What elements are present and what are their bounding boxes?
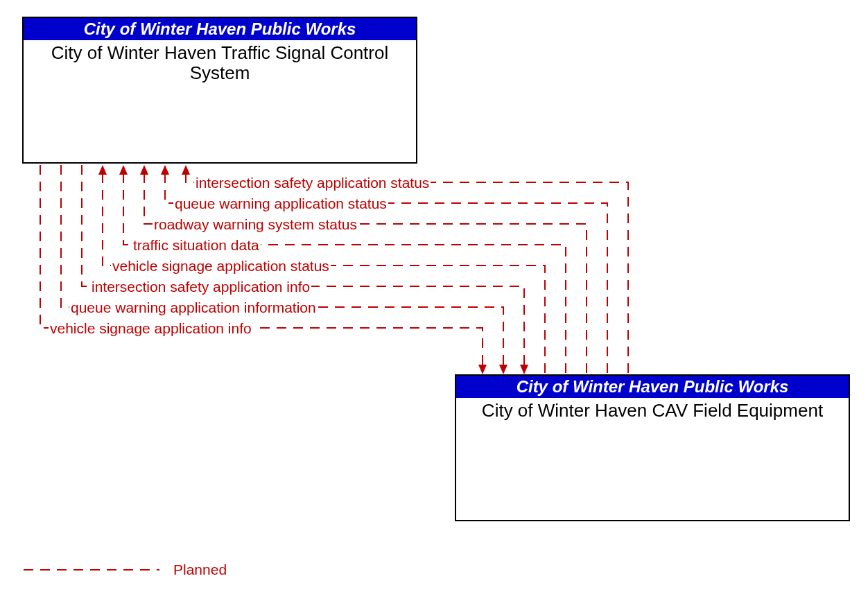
entity-traffic-signal-owner: City of Winter Haven Public Works: [24, 18, 416, 40]
flow-label-queue-warning-status: queue warning application status: [173, 195, 388, 212]
svg-marker-4: [98, 165, 107, 175]
entity-traffic-signal: City of Winter Haven Public Works City o…: [22, 17, 417, 164]
flow-label-roadway-warning-status: roadway warning system status: [153, 216, 358, 233]
entity-cav-field-name: City of Winter Haven CAV Field Equipment: [456, 398, 849, 424]
svg-marker-7: [478, 365, 487, 374]
flow-label-vehicle-signage-info: vehicle signage application info: [49, 320, 253, 337]
svg-marker-6: [499, 365, 507, 374]
svg-marker-3: [119, 165, 128, 175]
svg-marker-0: [182, 165, 190, 175]
svg-marker-2: [140, 165, 148, 175]
svg-marker-5: [520, 365, 528, 374]
entity-traffic-signal-name: City of Winter Haven Traffic Signal Cont…: [24, 40, 416, 85]
flow-label-queue-warning-info: queue warning application information: [69, 299, 318, 316]
flow-label-intersection-safety-status: intersection safety application status: [194, 175, 431, 191]
flow-label-traffic-situation-data: traffic situation data: [132, 237, 261, 254]
flow-label-vehicle-signage-status: vehicle signage application status: [111, 258, 331, 275]
svg-marker-1: [161, 165, 169, 175]
legend-planned: Planned: [173, 561, 227, 578]
entity-cav-field: City of Winter Haven Public Works City o…: [455, 374, 850, 521]
flow-label-intersection-safety-info: intersection safety application info: [90, 279, 311, 295]
entity-cav-field-owner: City of Winter Haven Public Works: [456, 376, 849, 398]
